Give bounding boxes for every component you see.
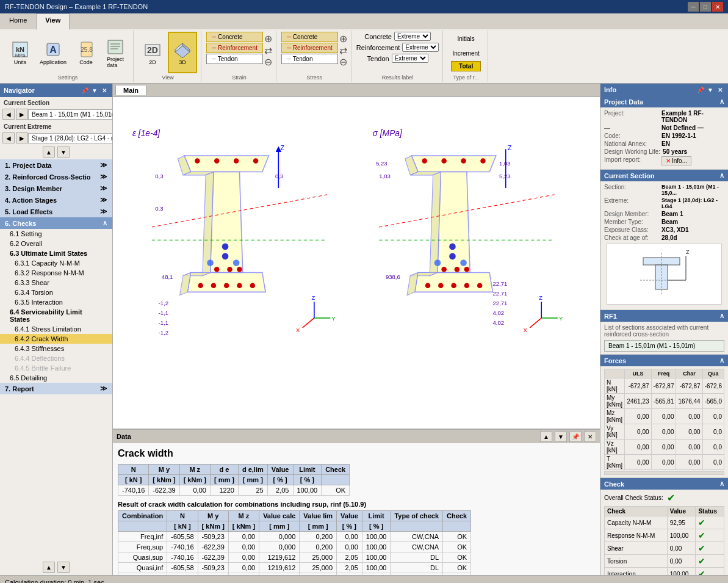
maximize-button[interactable]: □	[700, 2, 711, 12]
nav-section-3[interactable]: 3. Design Member ≫	[0, 183, 112, 194]
increment-button[interactable]: Increment	[448, 46, 483, 60]
import-report-button[interactable]: ✕ Info...	[661, 156, 691, 165]
rl-reinforcement-select[interactable]: Extreme	[402, 43, 439, 52]
nav-down-button[interactable]: ▼	[57, 147, 70, 158]
data-panel-header: Data ▲ ▼ 📌 ✕	[113, 430, 600, 443]
project-data-button[interactable]: Projectdata	[101, 32, 129, 73]
section-next-button[interactable]: ▶	[16, 109, 28, 120]
stress-reinforcement-button[interactable]: ─ Reinforcement	[281, 43, 338, 53]
nav-bottom-down-button[interactable]: ▼	[57, 562, 70, 573]
rl-concrete-select[interactable]: Extreme	[394, 32, 431, 41]
nav-item-6-4-3[interactable]: 6.4.3 Stiffnesses	[0, 344, 112, 353]
tab-main[interactable]: Main	[115, 85, 146, 95]
initials-button[interactable]: Initials	[453, 32, 478, 45]
check-section-header[interactable]: Check ∧	[600, 478, 728, 490]
close-button[interactable]: ✕	[712, 2, 723, 12]
col2-check: Check	[443, 511, 471, 521]
error-icon: ✕	[666, 158, 671, 164]
section-prev-button[interactable]: ◀	[2, 109, 15, 120]
current-extreme-dropdown[interactable]: ◀ ▶ Stage 1 (28,0d): LG2 - LG4 - not ▼	[2, 132, 110, 143]
nav-section-5[interactable]: 5. Load Effects ≫	[0, 206, 112, 217]
nav-item-6-4-1[interactable]: 6.4.1 Stress Limitation	[0, 324, 112, 334]
tab-home[interactable]: Home	[0, 13, 36, 29]
total-button[interactable]: Total	[451, 61, 481, 71]
2d-label: 2D	[149, 59, 156, 65]
nav-item-6-1[interactable]: 6.1 Setting	[0, 229, 112, 239]
national-annex-value: EN	[661, 140, 724, 147]
nav-pin-icon[interactable]: 📌	[81, 86, 89, 95]
status-message: Calculation duration: 0 min, 1 sec	[5, 579, 104, 584]
nav-item-6-3-1[interactable]: 6.3.1 Capacity N-M-M	[0, 258, 112, 268]
svg-marker-19	[184, 156, 268, 172]
info-title: Info	[604, 86, 616, 93]
nav-section-1[interactable]: 1. Project Data ≫	[0, 159, 112, 171]
nav-item-6-3-4[interactable]: 6.3.4 Torsion	[0, 288, 112, 297]
col-mz-unit: [ kNm ]	[179, 475, 210, 485]
overall-status-label: Overall Check Status:	[604, 494, 663, 501]
project-data-header[interactable]: Project Data ∧	[600, 96, 728, 107]
rl-reinforcement-label: Reinforcement	[356, 44, 400, 51]
nav-item-6-4-2[interactable]: 6.4.2 Crack Width	[0, 334, 112, 344]
svg-text:5,23: 5,23	[376, 160, 387, 167]
cell-mz: 0,00	[179, 485, 210, 496]
nav-up-button[interactable]: ▲	[43, 147, 55, 158]
nav-item-6-4[interactable]: 6.4 Serviceability Limit States	[0, 307, 112, 324]
strain-reinforcement-button[interactable]: ─ Reinforcement	[206, 43, 263, 53]
3d-button[interactable]: 3D	[168, 32, 197, 73]
application-button[interactable]: A Application	[35, 32, 71, 73]
current-section-select[interactable]: Beam 1 - 15,01m (M1 - 15,01m)	[28, 109, 112, 120]
current-section-info-header[interactable]: Current Section ∧	[600, 170, 728, 181]
nav-item-6-2[interactable]: 6.2 Overall	[0, 239, 112, 248]
strain-concrete-button[interactable]: ─ Concrete	[206, 32, 263, 42]
rf1-header[interactable]: RF1 ∧	[600, 310, 728, 322]
data-panel-close-button[interactable]: ✕	[584, 431, 596, 442]
nav-item-6-5[interactable]: 6.5 Detailing	[0, 373, 112, 383]
nav-item-6-3[interactable]: 6.3 Ultimate Limit States	[0, 248, 112, 258]
forces-scrollbar[interactable]	[604, 471, 724, 475]
nav-bottom-up-button[interactable]: ▲	[43, 562, 55, 573]
rf1-chevron: ∧	[719, 312, 724, 320]
current-section-dropdown[interactable]: ◀ ▶ Beam 1 - 15,01m (M1 - 15,01m) ▼	[2, 109, 110, 120]
project-data-chevron: ∧	[719, 98, 724, 106]
forces-header[interactable]: Forces ∧	[600, 355, 728, 366]
nav-item-6-3-2[interactable]: 6.3.2 Response N-M-M	[0, 268, 112, 278]
tab-view[interactable]: View	[36, 13, 70, 30]
nav-close-icon[interactable]: ✕	[100, 86, 109, 95]
data-panel-up-button[interactable]: ▲	[540, 431, 552, 442]
extreme-prev-button[interactable]: ◀	[2, 132, 15, 143]
description-row: — Not Defined —	[604, 125, 724, 131]
rl-tendon-select[interactable]: Extreme	[392, 54, 428, 63]
nav-section-4[interactable]: 4. Action Stages ≫	[0, 194, 112, 206]
svg-point-81	[449, 244, 456, 250]
nav-item-6-4-5[interactable]: 6.4.5 Brittle Failure	[0, 363, 112, 373]
stress-concrete-button[interactable]: ─ Concrete	[281, 32, 338, 42]
units-label: Units	[14, 59, 27, 65]
cell-de: 1220	[210, 485, 238, 496]
data-panel-pin-button[interactable]: 📌	[569, 431, 582, 442]
code-button[interactable]: 25.8 Code	[72, 32, 100, 73]
main-view: ε [1e-4] σ [MPa]	[113, 97, 600, 429]
navigator-panel: Navigator 📌 ▼ ✕ Current Section ◀ ▶ Beam…	[0, 84, 113, 575]
data-panel-down-button[interactable]: ▼	[555, 431, 567, 442]
table-row: -740,16 -622,39 0,00 1220 25 2,05 100,00…	[118, 485, 350, 496]
strain-tendon-button[interactable]: ─ Tendon	[206, 54, 263, 64]
stress-tendon-button[interactable]: ─ Tendon	[281, 54, 338, 64]
nav-section-6[interactable]: 6. Checks ∧	[0, 217, 112, 229]
nav-item-6-3-3[interactable]: 6.3.3 Shear	[0, 278, 112, 288]
nav-section-7[interactable]: 7. Report ≫	[0, 383, 112, 394]
extreme-next-button[interactable]: ▶	[16, 132, 28, 143]
info-menu-icon[interactable]: ▼	[706, 85, 715, 94]
nav-section-2[interactable]: 2. Reinforced Cross-Sectio ≫	[0, 171, 112, 183]
nav-item-6-3-5[interactable]: 6.3.5 Interaction	[0, 297, 112, 307]
nav-item-6-4-4[interactable]: 6.4.4 Deflections	[0, 353, 112, 363]
settings-group-label: Settings	[58, 74, 78, 81]
current-extreme-select[interactable]: Stage 1 (28,0d): LG2 - LG4 - not	[28, 133, 112, 143]
2d-button[interactable]: 2D 2D	[139, 32, 167, 73]
info-pin-icon[interactable]: 📌	[696, 85, 705, 94]
ribbon: Home View kN MPa Units	[0, 13, 728, 84]
info-close-icon[interactable]: ✕	[716, 85, 724, 94]
minimize-button[interactable]: ─	[688, 2, 699, 12]
nav-menu-icon[interactable]: ▼	[90, 86, 99, 95]
units-button[interactable]: kN MPa Units	[6, 32, 34, 73]
window-controls[interactable]: ─ □ ✕	[688, 2, 723, 12]
